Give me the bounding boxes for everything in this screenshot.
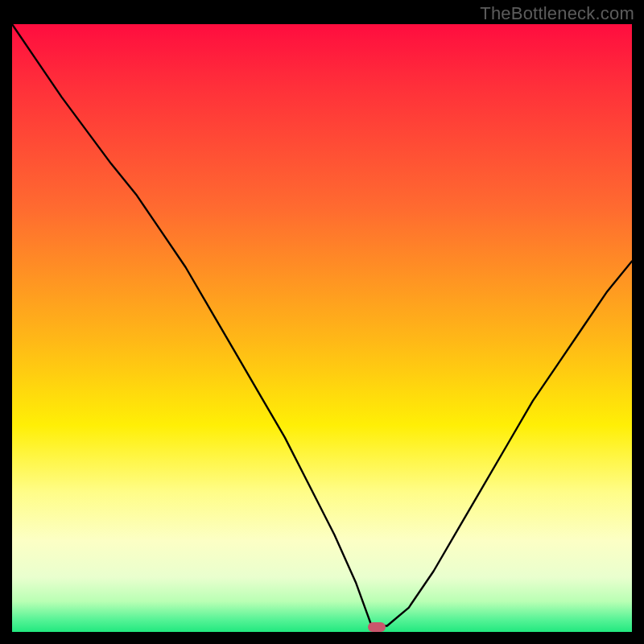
bottleneck-curve xyxy=(12,24,632,632)
plot-area xyxy=(12,24,632,632)
chart-frame: TheBottleneck.com xyxy=(0,0,644,644)
optimal-marker xyxy=(368,622,386,632)
watermark-text: TheBottleneck.com xyxy=(480,3,634,24)
